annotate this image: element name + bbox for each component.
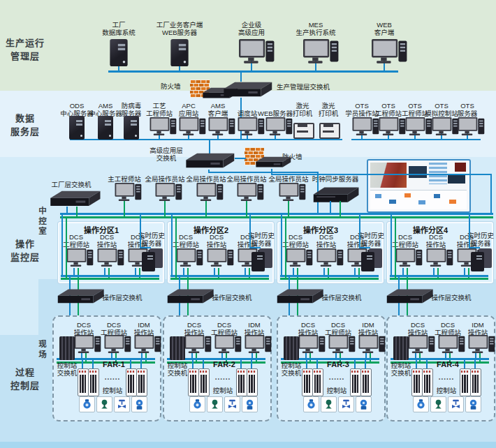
clock-sync-server-icon (310, 184, 360, 207)
network-line (246, 201, 247, 218)
controller-rack-icon (88, 368, 99, 396)
workstation-icon (180, 117, 207, 136)
workstation-icon (177, 248, 205, 267)
controller-label: 控制站 (432, 385, 460, 394)
server-icon (110, 39, 127, 66)
workstation-icon (329, 335, 357, 354)
hmi-photo (370, 163, 407, 188)
instrument-icon (114, 396, 130, 412)
hmi-flow-box (434, 194, 440, 198)
instrument-icon (303, 396, 319, 412)
history-server-icon (471, 248, 492, 271)
device-label: 实时历史服务器 (243, 232, 279, 247)
device-label: IDM操作站 (238, 321, 270, 336)
network-line (288, 201, 289, 218)
device-label: DCS操作站 (178, 321, 210, 336)
device-label: DCS工程师站 (279, 233, 312, 248)
instrument-icon (413, 396, 429, 412)
network-line (170, 278, 269, 280)
controller-rack-icon (78, 368, 89, 396)
controller-label: 控制站 (99, 385, 126, 394)
device-label: DCS操作站 (420, 233, 452, 248)
instrument-icon (189, 396, 205, 412)
network-line (205, 201, 207, 218)
far-title: FAR-2 (206, 358, 242, 368)
workstation-icon (379, 117, 407, 136)
control-station-switch-icon (284, 336, 299, 360)
device-label: DCS工程师站 (208, 321, 240, 336)
workstation-icon (115, 183, 143, 202)
workstation-icon (409, 335, 437, 354)
workstation-icon (317, 248, 345, 267)
device-label: 实时历史服务器 (353, 232, 389, 247)
network-line (395, 218, 396, 279)
network-line (490, 174, 492, 214)
device-label: DCS操作站 (310, 233, 342, 248)
network-line (306, 358, 307, 369)
network-line (359, 214, 360, 248)
network-line (474, 358, 476, 369)
trunk-green (60, 216, 493, 218)
device-label: 工厂数据库系统 (85, 20, 152, 36)
device-label: DCS操作站 (91, 233, 123, 248)
instrument-icon (207, 396, 223, 412)
network-line (235, 158, 246, 159)
instrument-icon (321, 396, 337, 412)
network-architecture-diagram: 生产运行管理层 数据服务层 操作监控层 过程控制层 中控室 现场 防火墙 生产管… (0, 0, 496, 448)
network-line (340, 201, 341, 218)
network-line (66, 218, 67, 279)
layer-label-production: 生产运行管理层 (0, 36, 50, 63)
device-label: MES生产执行系统 (282, 20, 349, 36)
history-server-icon (251, 248, 272, 271)
controller-rack-icon (411, 368, 423, 396)
network-line (281, 214, 282, 276)
network-line (175, 218, 177, 279)
network-line (61, 275, 159, 277)
history-server-icon (142, 248, 163, 271)
network-line (130, 358, 131, 369)
workstation-icon (427, 248, 455, 267)
controller-label: 控制站 (323, 385, 351, 394)
instrument-icon (356, 396, 372, 412)
workstation-icon (135, 335, 163, 354)
device-label: DCS工程师站 (322, 321, 354, 336)
controller-rack-icon (136, 368, 147, 396)
network-line (391, 214, 392, 276)
workstation-icon (245, 335, 273, 354)
hmi-indicators (455, 163, 466, 172)
device-label: IDM操作站 (462, 321, 494, 336)
workstation-icon (469, 335, 496, 354)
history-server-icon (361, 248, 382, 271)
workstation-icon (75, 335, 103, 354)
hmi-flow-box (449, 200, 456, 204)
hmi-photo-dark2 (448, 174, 465, 184)
network-line (203, 358, 204, 369)
network-line (365, 358, 366, 369)
far-title: FAR-1 (96, 358, 132, 368)
far-title: FAR-4 (430, 358, 466, 368)
device-label: OTS服务器 (447, 100, 488, 117)
partition-title: 操作分区4 (392, 224, 469, 234)
workstation-icon (279, 183, 307, 202)
mgmt-switch-icon (219, 80, 274, 103)
device-label: DCS工程师站 (389, 233, 421, 248)
network-line (192, 358, 194, 369)
op-switch-label: 操作层交换机 (207, 292, 256, 301)
network-line (240, 358, 242, 369)
network-line (249, 214, 251, 248)
label-factory-switch: 工厂层交换机 (42, 181, 101, 188)
workstation-icon (406, 117, 434, 136)
network-line (354, 358, 356, 369)
network-line (280, 275, 379, 277)
network-line (280, 278, 379, 280)
workstation-icon (98, 248, 126, 267)
workstation-icon (359, 335, 387, 354)
network-line (170, 275, 269, 277)
printer-icon (293, 123, 314, 139)
partition-title: 操作分区3 (282, 224, 359, 234)
server-icon (170, 39, 188, 66)
controller-label: 控制站 (209, 385, 237, 394)
op-switch-label: 操作层交换机 (317, 292, 366, 301)
controller-rack-icon (236, 368, 247, 396)
bottom-strip (0, 442, 496, 448)
